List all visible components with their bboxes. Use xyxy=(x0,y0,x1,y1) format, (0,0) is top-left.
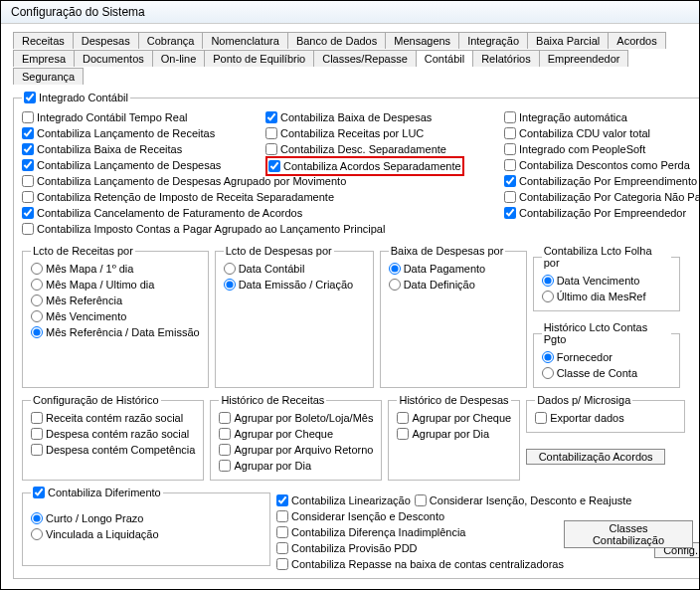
hist-rec-agrupar-por-arquivo-retorno-row[interactable]: Agrupar por Arquivo Retorno xyxy=(219,442,373,458)
chk-integrado-conta-bil-tempo-real-checkbox[interactable] xyxy=(22,111,34,123)
conf-hist-despesa-conte-m-raza-o-social-row[interactable]: Despesa contém razão social xyxy=(31,426,195,442)
contab-folha-1-row[interactable]: Último dia MesRef xyxy=(542,289,671,304)
hist-desp-agrupar-por-dia-checkbox[interactable] xyxy=(397,428,409,440)
chk-contabiliza-desc-separadamente-checkbox[interactable] xyxy=(265,143,277,155)
chk-integrac-a-o-automa-tica-row[interactable]: Integração automática xyxy=(504,109,700,125)
lcto-rec-2-radio[interactable] xyxy=(31,295,43,306)
lcto-rec-4-radio[interactable] xyxy=(31,326,43,338)
lcto-rec-3-row[interactable]: Mês Vencimento xyxy=(31,308,200,324)
baixa-desp-0-radio[interactable] xyxy=(389,263,401,275)
tab-classes-repasse[interactable]: Classes/Repasse xyxy=(313,50,417,67)
chk-contabiliza-lanc-amento-de-receitas-checkbox[interactable] xyxy=(22,127,34,139)
conf-hist-receita-conte-m-raza-o-social-checkbox[interactable] xyxy=(31,412,43,424)
contab-folha-1-radio[interactable] xyxy=(542,291,554,302)
contab-repasse-checkbox[interactable] xyxy=(276,558,288,570)
hist-rec-agrupar-por-boleto-loja-me-s-row[interactable]: Agrupar por Boleto/Loja/Mês xyxy=(219,410,373,426)
conf-hist-despesa-conte-m-compete-ncia-row[interactable]: Despesa contém Competência xyxy=(31,442,195,458)
conf-hist-despesa-conte-m-compete-ncia-checkbox[interactable] xyxy=(31,444,43,456)
tab-empreendedor[interactable]: Empreendedor xyxy=(539,50,629,67)
chk-contabiliza-baixa-de-despesas-row[interactable]: Contabiliza Baixa de Despesas xyxy=(265,109,504,125)
hist-pgto-1-radio[interactable] xyxy=(542,367,554,379)
chk-contabilizac-a-o-por-categoria-na-o-padr-checkbox[interactable] xyxy=(504,191,516,203)
integrado-contabil-legend[interactable]: Integrado Contábil xyxy=(22,92,130,103)
contab-linearizacao-row[interactable]: Contabiliza Linearização xyxy=(276,492,411,508)
tab-seguran-a[interactable]: Segurança xyxy=(13,68,84,85)
baixa-desp-1-row[interactable]: Data Definição xyxy=(389,277,518,293)
chk-contabiliza-receitas-por-luc-row[interactable]: Contabiliza Receitas por LUC xyxy=(265,125,504,141)
contab-acordos-button[interactable]: Contabilização Acordos xyxy=(526,449,665,465)
dif-0-row[interactable]: Curto / Longo Prazo xyxy=(31,510,262,526)
chk-contabiliza-lanc-amento-de-despesas-row[interactable]: Contabiliza Lançamento de Despesas xyxy=(22,157,265,173)
tab-relat-rios[interactable]: Relatórios xyxy=(472,50,540,67)
conf-hist-despesa-conte-m-raza-o-social-checkbox[interactable] xyxy=(31,428,43,440)
considerar-isencao-desc-checkbox[interactable] xyxy=(276,510,288,522)
contab-repasse-row[interactable]: Contabiliza Repasse na baixa de contas c… xyxy=(276,556,700,572)
chk-contabiliza-cancelamento-de-faturamento--checkbox[interactable] xyxy=(22,207,34,219)
contab-folha-0-radio[interactable] xyxy=(542,275,554,287)
tab-banco-de-dados[interactable]: Banco de Dados xyxy=(287,32,386,49)
lcto-rec-3-radio[interactable] xyxy=(31,310,43,322)
dif-1-row[interactable]: Vinculada a Liquidação xyxy=(31,526,262,542)
chk-contabilizac-a-o-por-empreendedor-checkbox[interactable] xyxy=(504,207,516,219)
contab-linearizacao-checkbox[interactable] xyxy=(276,494,288,506)
lcto-rec-4-row[interactable]: Mês Referência / Data Emissão xyxy=(31,324,200,340)
tab-empresa[interactable]: Empresa xyxy=(13,50,75,67)
baixa-desp-1-radio[interactable] xyxy=(389,279,401,291)
chk-contabilizac-a-o-por-empreendimento-checkbox[interactable] xyxy=(504,175,516,187)
lcto-rec-1-radio[interactable] xyxy=(31,279,43,291)
lcto-rec-0-row[interactable]: Mês Mapa / 1º dia xyxy=(31,261,200,277)
chk-contabilizac-a-o-por-categoria-na-o-padr-row[interactable]: Contabilização Por Categoria Não Padrão xyxy=(504,189,700,205)
baixa-desp-0-row[interactable]: Data Pagamento xyxy=(389,261,518,277)
chk-contabiliza-imposto-contas-a-pagar-agrup-checkbox[interactable] xyxy=(22,223,34,235)
chk-contabiliza-retenc-a-o-de-imposto-de-rec-checkbox[interactable] xyxy=(22,191,34,203)
tab-cont-bil[interactable]: Contábil xyxy=(416,50,473,67)
chk-contabiliza-baixa-de-despesas-checkbox[interactable] xyxy=(265,111,277,123)
integrado-contabil-checkbox[interactable] xyxy=(24,92,36,103)
hist-pgto-1-row[interactable]: Classe de Conta xyxy=(542,365,671,381)
lcto-desp-0-radio[interactable] xyxy=(224,263,236,275)
lcto-rec-1-row[interactable]: Mês Mapa / Ultimo dia xyxy=(31,277,200,293)
tab-documentos[interactable]: Documentos xyxy=(74,50,153,67)
hist-desp-agrupar-por-cheque-row[interactable]: Agrupar por Cheque xyxy=(397,410,511,426)
chk-contabilizac-a-o-por-empreendimento-row[interactable]: Contabilização Por Empreendimento xyxy=(504,173,700,189)
hist-rec-agrupar-por-arquivo-retorno-checkbox[interactable] xyxy=(219,444,231,456)
tab-ponto-de-equil-brio[interactable]: Ponto de Equilíbrio xyxy=(204,50,314,67)
lcto-rec-0-radio[interactable] xyxy=(31,263,43,275)
chk-integrado-com-peoplesoft-row[interactable]: Integrado com PeopleSoft xyxy=(504,141,700,157)
chk-contabiliza-desc-separadamente-row[interactable]: Contabiliza Desc. Separadamente xyxy=(265,141,504,157)
chk-contabiliza-receitas-por-luc-checkbox[interactable] xyxy=(265,127,277,139)
chk-contabiliza-cdu-valor-total-checkbox[interactable] xyxy=(504,127,516,139)
considerar-isencao-desc-reajuste-checkbox[interactable] xyxy=(415,494,427,506)
tab-mensagens[interactable]: Mensagens xyxy=(385,32,459,49)
tab-despesas[interactable]: Despesas xyxy=(73,32,139,49)
tab-baixa-parcial[interactable]: Baixa Parcial xyxy=(527,32,609,49)
hist-pgto-0-radio[interactable] xyxy=(542,351,554,363)
hist-rec-agrupar-por-cheque-checkbox[interactable] xyxy=(219,428,231,440)
dif-1-radio[interactable] xyxy=(31,528,43,540)
contab-provisao-pdd-checkbox[interactable] xyxy=(276,542,288,554)
lcto-desp-1-row[interactable]: Data Emissão / Criação xyxy=(224,277,365,293)
contab-dif-inadimplencia-checkbox[interactable] xyxy=(276,526,288,538)
hist-pgto-0-row[interactable]: Fornecedor xyxy=(542,349,671,365)
chk-integrac-a-o-automa-tica-checkbox[interactable] xyxy=(504,111,516,123)
lcto-desp-0-row[interactable]: Data Contábil xyxy=(224,261,365,277)
chk-contabiliza-cdu-valor-total-row[interactable]: Contabiliza CDU valor total xyxy=(504,125,700,141)
exportar-dados-checkbox[interactable] xyxy=(535,412,547,424)
hist-rec-agrupar-por-dia-checkbox[interactable] xyxy=(219,460,231,472)
hist-rec-agrupar-por-cheque-row[interactable]: Agrupar por Cheque xyxy=(219,426,373,442)
contab-folha-0-row[interactable]: Data Vencimento xyxy=(542,273,671,289)
chk-contabiliza-lanc-amento-de-despesas-agru-checkbox[interactable] xyxy=(22,175,34,187)
tab-cobran-a[interactable]: Cobrança xyxy=(138,32,204,49)
classes-contab-button[interactable]: Classes Contabilização xyxy=(564,520,693,548)
considerar-isencao-desc-reajuste-row[interactable]: Considerar Isenção, Desconto e Reajuste xyxy=(415,492,632,508)
chk-integrado-conta-bil-tempo-real-row[interactable]: Integrado Contábil Tempo Real xyxy=(22,109,265,125)
chk-contabiliza-lanc-amento-de-despesas-checkbox[interactable] xyxy=(22,159,34,171)
tab-acordos[interactable]: Acordos xyxy=(608,32,665,49)
chk-contabiliza-lanc-amento-de-receitas-row[interactable]: Contabiliza Lançamento de Receitas xyxy=(22,125,265,141)
diferimento-legend[interactable]: Contabiliza Diferimento xyxy=(31,487,163,498)
chk-contabiliza-descontos-como-perda-checkbox[interactable] xyxy=(504,159,516,171)
tab-receitas[interactable]: Receitas xyxy=(13,32,74,49)
chk-integrado-com-peoplesoft-checkbox[interactable] xyxy=(504,143,516,155)
tab-on-line[interactable]: On-line xyxy=(152,50,205,67)
chk-contabiliza-baixa-de-receitas-row[interactable]: Contabiliza Baixa de Receitas xyxy=(22,141,265,157)
